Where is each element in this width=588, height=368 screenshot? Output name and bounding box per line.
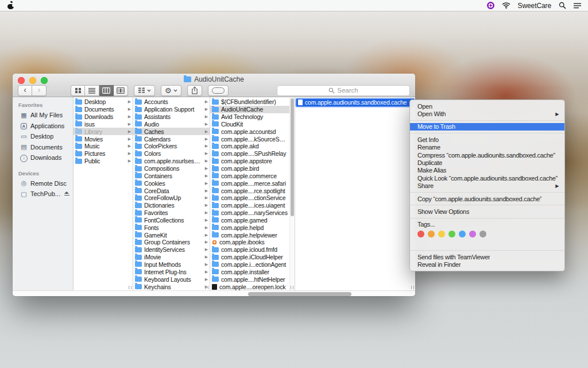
sidebar-item[interactable]: Remote Disc [13,178,73,189]
forward-button[interactable]: › [32,85,47,96]
file-row[interactable]: com.apple.ibooks▶ [210,239,295,246]
file-row[interactable]: com.apple.akd▶ [210,143,295,150]
file-row[interactable]: com.apple.helpviewer▶ [210,231,295,239]
file-row[interactable]: com.apple.commerce▶ [210,172,295,179]
file-row[interactable]: Audio▶ [133,121,210,128]
file-row[interactable]: Cookies▶ [133,179,210,187]
proxy-folder-icon[interactable] [184,76,191,82]
file-row[interactable]: com.apple.bird▶ [210,165,295,172]
sidebar-item[interactable]: All My Files [13,110,73,121]
file-row[interactable]: com.apple....SPushRelay▶ [210,150,295,158]
sidebar-item[interactable]: TechPub... [13,189,73,200]
context-menu-item[interactable]: Quick Look “com.apple.audiounits.sandbox… [410,174,564,182]
file-row[interactable]: com.apple.gamed▶ [210,217,295,224]
file-row[interactable]: Assistants▶ [133,113,210,121]
column-resize-handle[interactable] [129,286,131,289]
sweetcare-menu[interactable]: SweetCare [518,2,551,10]
file-row[interactable]: Public▶ [74,158,133,165]
file-row[interactable]: com.apple....rce.spotlight▶ [210,187,295,194]
file-row[interactable]: com.apple.appstore▶ [210,158,295,165]
file-row[interactable]: com.apple....ctionService▶ [210,194,295,202]
file-row[interactable]: Fonts▶ [133,224,210,231]
file-row[interactable]: Library▶ [74,128,133,135]
tag-color-dot[interactable] [438,231,445,237]
sidebar-item[interactable]: Desktop [13,131,73,142]
file-row[interactable]: com.apple....oreopen.lock▶ [210,283,295,290]
file-row[interactable]: Containers▶ [133,172,210,179]
file-row[interactable]: AudioUnitCache▶ [210,106,295,113]
action-gear-button[interactable]: ⚙ [161,85,181,96]
file-row[interactable]: Movies▶ [74,135,133,143]
file-row[interactable]: IdentityServices▶ [133,246,210,254]
arrange-button[interactable] [134,85,155,96]
context-menu-item[interactable]: Open With▶ [410,110,564,117]
file-row[interactable]: Colors▶ [133,150,210,158]
file-row[interactable]: com.apple.installer▶ [210,268,295,275]
context-menu-item[interactable]: Send files with TeamViewer▶ [410,253,564,260]
file-row[interactable]: com.apple.iCloudHelper▶ [210,254,295,261]
file-row[interactable]: GameKit▶ [133,231,210,239]
file-row[interactable]: Calendars▶ [133,135,210,143]
context-menu-item[interactable]: Show View Options▶ [410,208,564,215]
tags-button[interactable] [208,85,229,96]
file-row[interactable]: Compositions▶ [133,165,210,172]
file-row[interactable]: Application Support▶ [133,106,210,113]
context-menu-item[interactable]: Compress “com.apple.audiounits.sandboxed… [410,151,564,159]
file-row[interactable]: com.apple....merce.safari▶ [210,179,295,187]
file-row[interactable]: $(CFBundleIdentifier)▶ [210,98,295,106]
wifi-icon[interactable] [502,2,510,9]
list-view-button[interactable] [85,85,99,96]
file-row[interactable]: Group Containers▶ [133,239,210,246]
context-menu-item[interactable]: Tags...▶ [410,221,564,228]
window-titlebar[interactable]: AudioUnitCache ‹ › ⚙ [13,74,415,97]
column-resize-handle[interactable] [206,286,208,289]
file-row[interactable]: com.apple....naryServices▶ [210,209,295,217]
tag-color-dot[interactable] [417,231,424,237]
search-field[interactable]: Search [277,85,410,96]
column-view-button[interactable] [99,85,114,96]
icon-view-button[interactable] [71,85,85,96]
column-resize-handle[interactable] [411,286,414,289]
file-row[interactable]: com.apple.accountsd▶ [210,128,295,135]
file-row[interactable]: isus▶ [74,121,133,128]
file-row[interactable]: iMovie▶ [133,254,210,261]
context-menu-item[interactable]: Make Alias▶ [410,167,564,174]
file-row[interactable]: CoreData▶ [133,187,210,194]
file-row[interactable]: ColorPickers▶ [133,143,210,150]
tag-color-dot[interactable] [428,231,435,237]
eject-icon[interactable] [64,191,69,196]
file-row[interactable]: Desktop▶ [74,98,133,106]
tag-color-dot[interactable] [448,231,455,237]
file-row[interactable]: Accounts▶ [133,98,210,106]
file-row[interactable]: CoreFollowUp▶ [133,194,210,202]
context-menu-item[interactable]: Copy “com.apple.audiounits.sandboxed.cac… [410,195,564,202]
tag-color-dot[interactable] [479,231,486,237]
sidebar-item[interactable]: Applications [13,121,73,132]
column-resize-handle[interactable] [291,286,293,289]
selected-file-row[interactable]: com.apple.audiounits.sandboxed.cache▶ [296,99,414,106]
file-row[interactable]: Music▶ [74,143,133,150]
file-row[interactable]: FontCollections▶ [133,217,210,224]
file-row[interactable]: Caches▶ [133,128,210,135]
file-row[interactable]: Downloads▶ [74,113,133,121]
file-row[interactable]: com.apple.i...ectionAgent▶ [210,261,295,269]
notification-center-icon[interactable] [574,3,581,9]
file-row[interactable]: com.apple....htNetHelper▶ [210,275,295,283]
coverflow-view-button[interactable] [114,85,128,96]
file-row[interactable]: Pictures▶ [74,150,133,158]
file-row[interactable]: Avid Technology▶ [210,113,295,121]
back-button[interactable]: ‹ [18,85,32,96]
file-row[interactable]: com.apple.icloud.fmfd▶ [210,246,295,254]
spotlight-search-icon[interactable] [559,2,566,9]
scrollbar-thumb[interactable] [248,292,351,296]
context-menu-item[interactable]: Get Info▶ [410,136,564,143]
sidebar-item[interactable]: Downloads [13,152,73,163]
context-menu-item[interactable]: Open▶ [410,102,564,110]
scrollbar-thumb[interactable] [291,98,294,216]
file-row[interactable]: Favorites▶ [133,209,210,217]
context-menu-item[interactable]: Reveal in Finder▶ [410,260,564,268]
file-row[interactable]: Dictionaries▶ [133,202,210,209]
file-row[interactable]: Input Methods▶ [133,261,210,269]
file-row[interactable]: com.apple....ices.uiagent▶ [210,202,295,209]
file-row[interactable]: com.apple.nsurlsessiond▶ [133,158,210,165]
